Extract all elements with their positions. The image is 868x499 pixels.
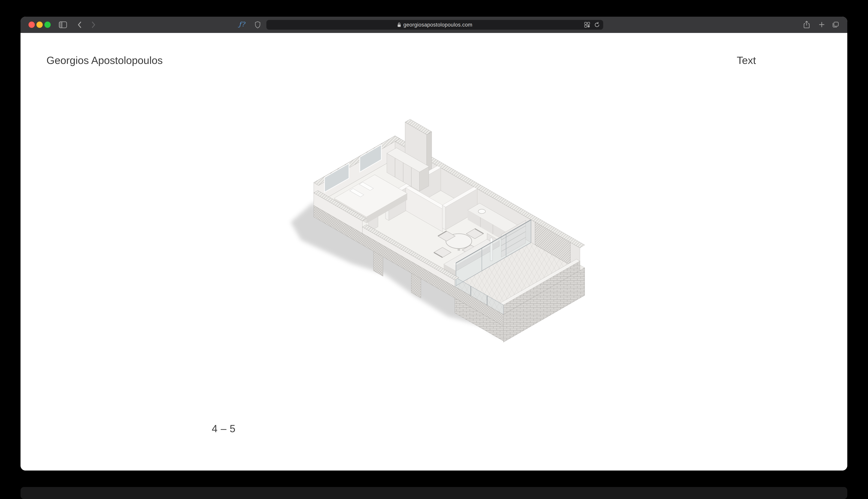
tab-overview-icon[interactable] bbox=[832, 21, 839, 28]
back-icon[interactable] bbox=[77, 21, 83, 29]
zoom-window-button[interactable] bbox=[44, 22, 51, 28]
apartment-axonometric-figure[interactable] bbox=[280, 87, 601, 355]
minimize-window-button[interactable] bbox=[36, 22, 43, 28]
safari-window: ƒ? georgiosapostolopoulos.com bbox=[21, 17, 847, 471]
page-content: Georgios Apostolopoulos Text bbox=[21, 33, 847, 471]
share-icon[interactable] bbox=[803, 21, 810, 29]
nav-text-link[interactable]: Text bbox=[737, 54, 756, 66]
browser-toolbar: ƒ? georgiosapostolopoulos.com bbox=[21, 17, 847, 33]
slide-pagination: 4 – 5 bbox=[212, 423, 236, 435]
forward-icon[interactable] bbox=[91, 21, 97, 29]
site-title-link[interactable]: Georgios Apostolopoulos bbox=[47, 54, 163, 66]
close-window-button[interactable] bbox=[28, 22, 35, 28]
privacy-shield-icon[interactable] bbox=[255, 21, 261, 28]
url-text: georgiosapostolopoulos.com bbox=[403, 22, 473, 28]
desktop-background: ƒ? georgiosapostolopoulos.com bbox=[0, 0, 868, 499]
extension-badge[interactable]: ƒ? bbox=[239, 21, 245, 28]
lock-icon[interactable] bbox=[397, 22, 401, 27]
reload-icon[interactable] bbox=[594, 22, 600, 28]
sidebar-toggle-icon[interactable] bbox=[59, 21, 67, 28]
new-tab-icon[interactable] bbox=[818, 21, 825, 28]
bottom-window-edge bbox=[21, 487, 847, 499]
address-bar[interactable]: georgiosapostolopoulos.com bbox=[266, 20, 603, 29]
page-settings-icon[interactable] bbox=[584, 22, 590, 28]
